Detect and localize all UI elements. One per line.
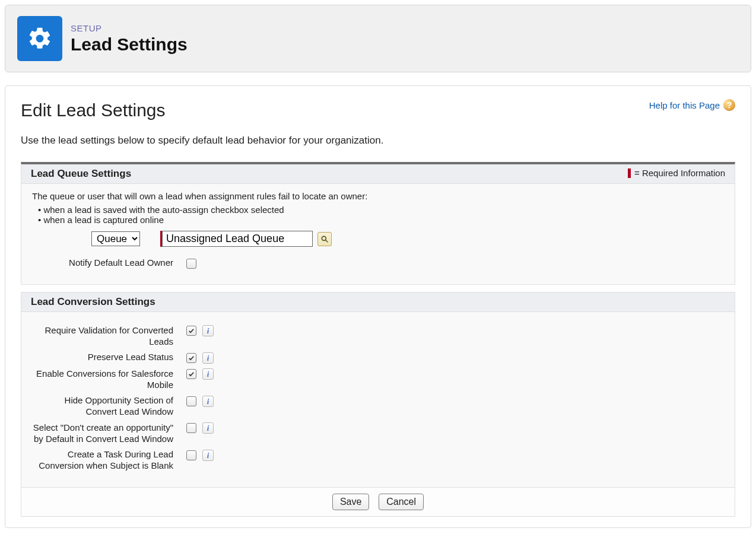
page-title: Edit Lead Settings: [21, 100, 166, 120]
header-eyebrow: SETUP: [71, 23, 188, 33]
conversion-row: Require Validation for Converted Leadsi: [32, 323, 724, 350]
required-legend: = Required Information: [628, 168, 725, 178]
notify-default-owner-label: Notify Default Lead Owner: [32, 255, 173, 271]
conversion-checkbox[interactable]: [186, 353, 196, 363]
info-icon[interactable]: i: [202, 325, 214, 336]
svg-line-1: [326, 240, 328, 242]
info-icon[interactable]: i: [202, 352, 214, 364]
conversion-checkbox[interactable]: [186, 326, 196, 336]
gear-icon: [17, 16, 62, 61]
intro-text: Use the lead settings below to specify d…: [21, 135, 735, 147]
help-icon: ?: [723, 99, 735, 111]
owner-name-input[interactable]: [162, 231, 313, 247]
header-title: Lead Settings: [71, 34, 188, 55]
queue-bullet-1: • when a lead is saved with the auto-ass…: [38, 205, 724, 215]
owner-lookup-button[interactable]: [317, 232, 332, 246]
lead-queue-settings-section: Lead Queue Settings = Required Informati…: [21, 162, 735, 285]
info-icon[interactable]: i: [202, 396, 214, 407]
lead-conversion-settings-section: Lead Conversion Settings Require Validat…: [21, 292, 735, 488]
conversion-label: Create a Task During Lead Conversion whe…: [32, 447, 173, 474]
conversion-label: Hide Opportunity Section of Convert Lead…: [32, 393, 173, 420]
info-icon[interactable]: i: [202, 368, 214, 380]
owner-type-select[interactable]: Queue: [91, 231, 140, 246]
info-icon[interactable]: i: [202, 422, 214, 434]
conversion-checkbox[interactable]: [186, 369, 196, 379]
conversion-label: Require Validation for Converted Leads: [32, 323, 173, 350]
help-for-this-page-link[interactable]: Help for this Page ?: [649, 99, 735, 111]
help-link-text: Help for this Page: [649, 100, 720, 110]
content-card: Edit Lead Settings Help for this Page ? …: [5, 85, 751, 528]
conversion-checkbox[interactable]: [186, 450, 196, 460]
conversion-row: Preserve Lead Statusi: [32, 349, 724, 366]
required-legend-text: = Required Information: [634, 168, 725, 178]
svg-point-0: [322, 236, 326, 240]
section-header-queue-text: Lead Queue Settings: [31, 168, 131, 179]
info-icon[interactable]: i: [202, 450, 214, 461]
queue-bullet-2: • when a lead is captured online: [38, 215, 724, 225]
conversion-checkbox[interactable]: [186, 423, 196, 433]
conversion-row: Enable Conversions for Salesforce Mobile…: [32, 366, 724, 393]
cancel-button[interactable]: Cancel: [379, 494, 424, 510]
conversion-row: Hide Opportunity Section of Convert Lead…: [32, 393, 724, 420]
conversion-label: Preserve Lead Status: [32, 349, 173, 366]
save-button[interactable]: Save: [332, 494, 369, 510]
notify-default-owner-checkbox[interactable]: [186, 259, 196, 269]
conversion-row: Create a Task During Lead Conversion whe…: [32, 447, 724, 474]
section-header-conversion: Lead Conversion Settings: [21, 292, 735, 312]
conversion-row: Select "Don't create an opportunity" by …: [32, 420, 724, 447]
section-header-queue: Lead Queue Settings = Required Informati…: [21, 164, 735, 184]
conversion-label: Select "Don't create an opportunity" by …: [32, 420, 173, 447]
conversion-checkbox[interactable]: [186, 396, 196, 406]
setup-header: SETUP Lead Settings: [5, 5, 751, 72]
button-bar: Save Cancel: [21, 488, 735, 517]
queue-desc: The queue or user that will own a lead w…: [32, 191, 724, 201]
required-indicator-icon: [628, 168, 631, 178]
conversion-label: Enable Conversions for Salesforce Mobile: [32, 366, 173, 393]
